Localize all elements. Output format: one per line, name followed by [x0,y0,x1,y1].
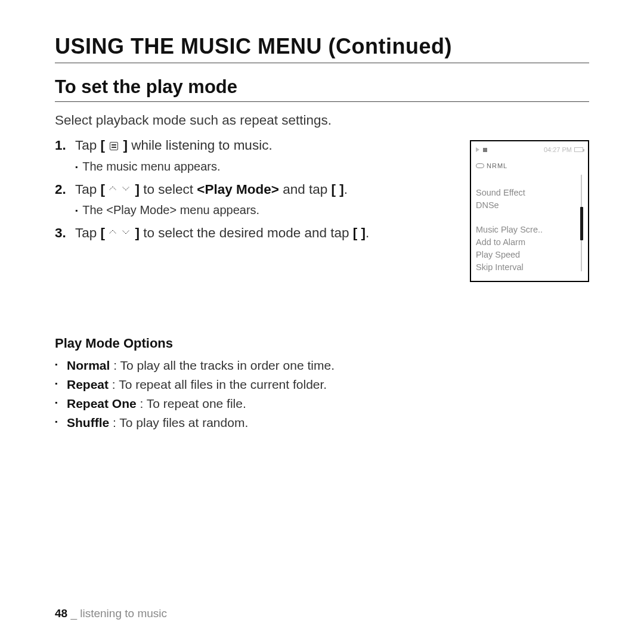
play-icon [476,147,479,152]
device-screenshot: 04:27 PM NRML Sound Effect DNSe Music Pl… [470,140,589,282]
footer-section: listening to music [80,607,167,620]
device-menu-item: Play Speed [476,249,575,261]
step-3: Tap [ ] to select the desired mode and t… [55,224,453,242]
step-2: Tap [ ] to select <Play Mode> and tap [ … [55,181,453,218]
page-number: 48 [55,607,67,620]
page-heading: USING THE MUSIC MENU (Continued) [55,33,589,63]
step-3-mid: to select the desired mode and tap [140,225,353,240]
step-2-sub: The <Play Mode> menu appears. [75,202,453,218]
device-menu-item: Music Play Scre.. [476,224,575,236]
step-1-sub: The music menu appears. [75,159,453,175]
step-1-pre: Tap [75,138,101,153]
intro-text: Select playback mode such as repeat sett… [55,113,589,128]
footer-sep: _ [67,607,80,620]
step-2-mid1: to select [140,182,197,197]
step-3-end: . [366,225,369,240]
step-3-pre: Tap [75,225,101,240]
stop-icon [483,148,487,152]
up-down-icon [109,186,131,193]
options-title: Play Mode Options [55,336,589,351]
step-2-mid2: and tap [279,182,332,197]
scrollbar-thumb [580,207,583,240]
device-menu-item: Sound Effect [476,187,575,199]
battery-icon [574,147,583,152]
option-shuffle: Shuffle : To play files at random. [55,416,589,430]
section-heading: To set the play mode [55,76,589,102]
step-2-br-open: [ [331,182,339,197]
up-down-icon [109,230,131,237]
step-3-br-close: ] [361,225,366,240]
device-menu-item: Add to Alarm [476,236,575,249]
device-time: 04:27 PM [544,146,572,153]
step-2-br-close: ] [339,182,344,197]
step-2-pre: Tap [75,182,101,197]
option-normal: Normal : To play all the tracks in order… [55,358,589,373]
option-repeat-one: Repeat One : To repeat one file. [55,397,589,411]
page-footer: 48 _ listening to music [55,607,167,620]
menu-button-icon [110,142,118,150]
step-1-post: while listening to music. [128,138,273,153]
device-menu-item: Skip Interval [476,261,575,274]
device-mode-label: NRML [487,162,507,169]
step-3-br-open: [ [353,225,361,240]
repeat-pill-icon [476,163,484,168]
device-menu-item: DNSe [476,199,575,212]
step-2-bold: <Play Mode> [197,182,279,197]
step-2-end: . [344,182,348,197]
step-1: Tap [ ] while listening to music. The mu… [55,137,453,174]
option-repeat: Repeat : To repeat all files in the curr… [55,377,589,392]
